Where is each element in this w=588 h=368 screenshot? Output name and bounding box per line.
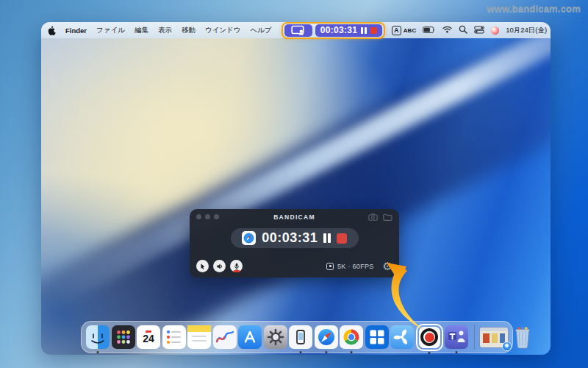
dock-system-settings-icon[interactable] [264,325,287,349]
window-thumbnail-content [500,333,505,343]
running-indicator [325,351,327,353]
dock-trash-icon[interactable] [510,325,535,349]
record-red-dot [425,333,434,342]
menu-item-window[interactable]: ウインドウ [205,26,241,35]
wifi-icon[interactable] [442,26,452,35]
recording-status-capsule: 00:03:31 [231,228,359,248]
capture-settings: 5K · 60FPS ⚙ [326,261,392,272]
running-indicator [300,351,302,353]
dock-iphone-mirroring-icon[interactable] [289,325,312,349]
input-source-label: ABC [404,27,416,34]
safari-target-app-icon [242,231,256,245]
recording-widget-highlight[interactable]: 00:03:31 [282,22,385,39]
menu-item-edit[interactable]: 編集 [135,26,148,35]
settings-gear-icon[interactable]: ⚙ [383,261,392,272]
menu-item-view[interactable]: 表示 [158,26,172,35]
dock-teams-icon[interactable] [445,325,468,349]
dock-windows-app-icon[interactable] [365,325,389,349]
menu-bar-time: 10:16 [550,26,551,35]
recording-timer: 00:03:31 [320,25,357,35]
open-folder-icon[interactable] [383,210,392,224]
menu-bar: Finder ファイル 編集 表示 移動 ウインドウ ヘルプ [41,22,551,38]
menu-bar-clock[interactable]: 10月24日(金) 10:16 [506,26,551,35]
panel-toggle-buttons [196,260,243,272]
panel-titlebar: BANDICAM [190,209,399,224]
dock-divider [474,325,475,350]
watermark: www.bandicam.com [487,3,581,14]
input-source-icon[interactable]: A ABC [392,26,416,35]
dock-reminders-icon[interactable] [162,325,186,349]
mac-desktop: Finder ファイル 編集 表示 移動 ウインドウ ヘルプ [41,22,551,355]
pause-button[interactable] [323,233,331,243]
menu-item-file[interactable]: ファイル [96,26,125,35]
apple-menu-icon[interactable] [48,26,56,35]
menu-item-finder[interactable]: Finder [65,26,87,35]
menu-item-go[interactable]: 移動 [182,26,196,35]
window-thumbnail-titlebar [480,328,508,331]
pause-icon[interactable] [361,27,367,34]
running-indicator [97,351,99,353]
input-source-badge: A [392,26,401,35]
running-indicator [351,351,353,353]
menu-bar-date: 10月24日(金) [506,26,547,35]
window-thumbnail-content [492,333,498,343]
window-thumbnail-content [483,333,490,343]
panel-toolbar: 5K · 60FPS ⚙ [196,260,392,272]
running-indicator [456,351,458,353]
battery-icon[interactable] [423,26,436,35]
capture-info-label: 5K · 60FPS [337,263,374,270]
dock-minimized-window[interactable] [480,328,508,347]
recording-timer-pill[interactable]: 00:03:31 [315,24,382,37]
stop-button[interactable] [337,233,347,244]
menu-item-help[interactable]: ヘルプ [251,26,272,35]
speaker-button[interactable] [213,260,226,272]
stop-icon[interactable] [370,27,377,34]
dock-pinwheel-app-icon[interactable] [390,325,414,349]
dock-freeform-icon[interactable] [213,325,237,349]
cursor-capture-button[interactable] [196,260,209,272]
dock-finder-icon[interactable] [86,325,110,349]
dock: 24 [81,321,513,353]
screen-recording-icon[interactable] [284,24,312,37]
bandicam-recorder-panel: BANDICAM [190,209,399,277]
bandicam-menu-icon[interactable] [491,26,499,35]
microphone-button[interactable] [230,260,243,272]
control-center-icon[interactable] [474,26,484,35]
dock-chrome-icon[interactable] [340,325,363,349]
running-indicator [429,352,431,354]
screenshot-camera-icon[interactable] [368,210,378,224]
calendar-day: 24 [143,333,154,344]
display-icon [326,263,334,270]
dock-safari-icon[interactable] [315,325,338,349]
panel-titlebar-actions [368,210,392,224]
dock-bandicam-recording-icon[interactable] [416,324,443,351]
bandicam-record-button [419,327,440,348]
dock-calendar-icon[interactable]: 24 [137,325,160,349]
mic-level-indicator [233,270,240,272]
dock-notes-icon[interactable] [187,325,211,349]
spotlight-search-icon[interactable] [459,25,467,35]
panel-body: 00:03:31 [190,228,399,248]
dock-app-store-icon[interactable] [238,325,262,349]
menu-bar-status-area: 00:03:31 A ABC [282,22,551,39]
panel-timer: 00:03:31 [262,230,318,246]
bandicam-promo-screenshot: www.bandicam.com Finder ファイル 編集 表示 移動 ウイ… [0,0,588,368]
dock-launchpad-icon[interactable] [112,325,135,349]
